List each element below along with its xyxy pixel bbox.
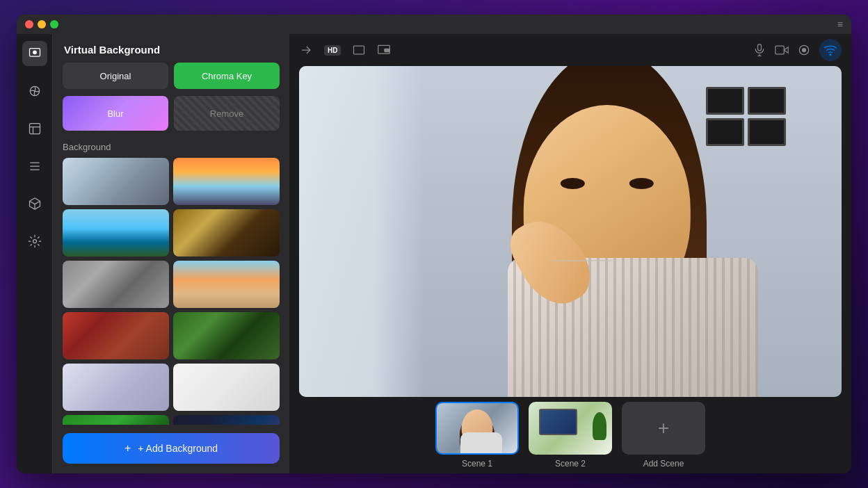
remove-button[interactable]: Remove [174,96,280,131]
add-scene-item[interactable]: + Add Scene [622,402,705,469]
scene-1-item[interactable]: Scene 1 [435,402,519,469]
svg-rect-5 [354,46,364,54]
bg-thumb-white[interactable] [173,364,280,411]
add-scene-plus-icon: + [658,417,669,439]
bg-thumb-desert[interactable] [173,261,280,308]
scene-1-thumb[interactable] [435,402,519,455]
scene-2-label: Scene 2 [555,459,586,469]
toolbar-left: HD [299,43,391,57]
camera-icon[interactable] [775,43,789,57]
background-section-label: Background [53,139,289,158]
record-icon[interactable] [797,43,811,57]
scene2-plant [593,412,606,440]
scene2-laptop [539,409,577,435]
picture-3 [706,118,744,146]
add-scene-thumb[interactable]: + [622,402,705,455]
svg-rect-8 [758,44,762,51]
sidebar-item-settings[interactable] [22,154,47,179]
scene-1-label: Scene 1 [462,459,492,469]
bg-thumb-plant[interactable] [173,312,280,359]
background-grid [53,158,289,425]
sidebar [17,34,53,473]
svg-point-11 [803,49,806,52]
aspect-ratio-icon[interactable] [352,43,366,57]
traffic-lights [25,20,58,29]
bg-thumb-room[interactable] [63,158,169,205]
scene1-body [460,432,502,453]
close-button[interactable] [25,20,33,29]
toolbar-right [753,39,842,61]
add-scene-label: Add Scene [643,459,684,469]
bg-thumb-screen[interactable] [173,415,280,425]
app-window: ≡ [17,15,851,473]
remove-btn-inner: Remove [174,96,280,131]
svg-point-4 [33,240,36,243]
bg-thumb-abstract[interactable] [63,261,169,308]
picture-4 [748,118,786,146]
hd-badge: HD [324,45,341,56]
scene-2-item[interactable]: Scene 2 [529,402,612,469]
sidebar-item-virtual-bg[interactable] [22,41,47,66]
maximize-button[interactable] [50,20,58,29]
panel-title: Virtual Background [53,34,289,63]
svg-point-12 [830,54,831,56]
bg-thumb-brick[interactable] [63,312,169,359]
add-bg-plus-icon: + [124,442,131,455]
video-wall-pictures [706,87,786,146]
bg-thumb-restaurant[interactable] [173,209,280,257]
main-content: Virtual Background Original Chroma Key B… [17,34,851,473]
chroma-key-button[interactable]: Chroma Key [174,63,280,89]
preview-video [299,66,842,397]
menu-icon[interactable]: ≡ [837,19,843,30]
video-eye-right [629,178,654,189]
microphone-icon[interactable] [753,43,766,57]
sidebar-item-audio[interactable] [22,229,47,254]
minimize-button[interactable] [38,20,46,29]
forward-icon[interactable] [299,43,313,57]
mode-options: Original Chroma Key [53,63,289,96]
special-options: Blur Remove [53,96,289,139]
svg-point-1 [33,50,37,54]
picture-2 [748,87,786,115]
preview-area: HD [289,34,851,473]
pip-icon[interactable] [377,43,391,57]
picture-1 [706,87,744,115]
add-background-button[interactable]: + + Add Background [63,433,280,464]
scene-2-thumb[interactable] [529,402,612,455]
svg-rect-3 [29,124,40,134]
video-window-light [299,66,424,397]
add-bg-label: + Add Background [138,443,218,454]
preview-toolbar: HD [289,34,851,66]
wifi-icon[interactable] [819,39,842,61]
video-eye-left [561,178,585,189]
bg-thumb-bird[interactable] [63,415,169,425]
title-bar: ≡ [17,15,851,34]
original-button[interactable]: Original [63,63,168,89]
svg-rect-7 [385,49,389,51]
blur-button[interactable]: Blur [63,96,168,131]
sidebar-item-layout[interactable] [22,116,47,141]
bg-thumb-tiles[interactable] [63,364,169,411]
sidebar-item-effects[interactable] [22,79,47,104]
sidebar-item-ar[interactable] [22,191,47,216]
bg-thumb-paris[interactable] [173,158,280,205]
svg-rect-9 [775,46,785,54]
scenes-bar: Scene 1 Scene 2 [289,397,851,473]
left-panel: Virtual Background Original Chroma Key B… [53,34,289,473]
scene2-screen [540,410,576,434]
video-necklace [549,260,619,261]
bg-thumb-lake[interactable] [63,209,169,257]
